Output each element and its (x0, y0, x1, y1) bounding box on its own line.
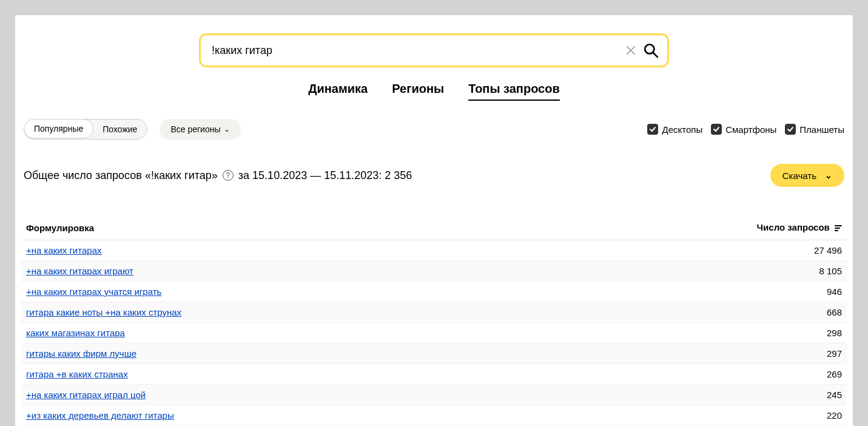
query-cell: гитара какие ноты +на каких струнах (21, 302, 545, 322)
toggle-similar[interactable]: Похожие (93, 120, 147, 139)
query-link[interactable]: +на каких гитарах играл цой (26, 390, 146, 400)
left-controls: Популярные Похожие Все регионы ⌄ (24, 119, 241, 140)
check-tablets-label: Планшеты (799, 124, 844, 135)
count-cell: 27 496 (545, 240, 847, 260)
check-tablets[interactable]: Планшеты (785, 124, 844, 135)
count-cell: 946 (545, 281, 847, 302)
query-link[interactable]: гитара +в каких странах (26, 369, 128, 379)
table-row: +из каких деревьев делают гитары220 (21, 405, 847, 425)
check-smartphones[interactable]: Смартфоны (711, 124, 776, 135)
table-row: гитары каких фирм лучше297 (21, 343, 847, 363)
download-label: Скачать (782, 171, 816, 181)
checkbox-icon (647, 124, 658, 135)
query-link[interactable]: +на каких гитарах (26, 245, 101, 255)
query-link[interactable]: +на каких гитарах играют (26, 266, 133, 276)
query-cell: +на каких гитарах (21, 240, 545, 260)
check-smartphones-label: Смартфоны (725, 124, 776, 135)
col-header-query[interactable]: Формулировка (21, 216, 545, 240)
query-cell: +из каких деревьев делают гитары (21, 405, 545, 425)
summary-text: Общее число запросов «!каких гитар» ? за… (24, 169, 412, 182)
sort-desc-icon (835, 223, 842, 234)
count-cell: 220 (545, 405, 847, 425)
toggle-popular[interactable]: Популярные (24, 119, 93, 138)
checkbox-icon (785, 124, 796, 135)
query-link[interactable]: +на каких гитарах учатся играть (26, 286, 161, 297)
chevron-down-icon: ⌄ (224, 125, 230, 134)
tab-dynamics[interactable]: Динамика (308, 82, 368, 101)
count-cell: 245 (545, 384, 847, 405)
query-cell: +на каких гитарах играл цой (21, 384, 545, 405)
count-cell: 269 (545, 363, 847, 384)
table-row: гитара +в каких странах269 (21, 363, 847, 384)
query-cell: +на каких гитарах учатся играть (21, 281, 545, 302)
download-button[interactable]: Скачать ⌄ (770, 164, 844, 187)
summary-row: Общее число запросов «!каких гитар» ? за… (21, 164, 847, 187)
summary-prefix: Общее число запросов «!каких гитар» (24, 169, 218, 182)
clear-icon[interactable] (626, 46, 636, 55)
query-link[interactable]: каких магазинах гитара (26, 328, 125, 338)
col-header-count[interactable]: Число запросов (545, 216, 847, 240)
count-cell: 297 (545, 343, 847, 363)
search-input[interactable] (212, 44, 619, 57)
query-cell: гитара +в каких странах (21, 363, 545, 384)
searchbar (199, 33, 669, 67)
device-checks: Десктопы Смартфоны Планшеты (647, 124, 844, 135)
summary-suffix: за 15.10.2023 — 15.11.2023: 2 356 (238, 169, 412, 182)
count-cell: 298 (545, 322, 847, 343)
check-desktops[interactable]: Десктопы (647, 124, 702, 135)
chevron-down-icon: ⌄ (825, 171, 832, 180)
regions-label: Все регионы (170, 124, 220, 134)
table-row: +на каких гитарах играют8 105 (21, 260, 847, 281)
table-row: гитара какие ноты +на каких струнах668 (21, 302, 847, 322)
controls-row: Популярные Похожие Все регионы ⌄ Десктоп… (21, 119, 847, 140)
popularity-toggle: Популярные Похожие (24, 119, 147, 140)
table-row: +на каких гитарах учатся играть946 (21, 281, 847, 302)
tab-regions[interactable]: Регионы (392, 82, 444, 101)
count-cell: 668 (545, 302, 847, 322)
tab-top-queries[interactable]: Топы запросов (468, 82, 560, 101)
table-row: каких магазинах гитара298 (21, 322, 847, 343)
tabs: Динамика Регионы Топы запросов (21, 82, 847, 101)
table-row: +на каких гитарах играл цой245 (21, 384, 847, 405)
checkbox-icon (711, 124, 722, 135)
query-cell: +на каких гитарах играют (21, 260, 545, 281)
regions-dropdown[interactable]: Все регионы ⌄ (160, 119, 241, 140)
search-icon[interactable] (643, 42, 659, 58)
query-cell: гитары каких фирм лучше (21, 343, 545, 363)
results-table: Формулировка Число запросов +на каких ги… (21, 216, 847, 426)
count-cell: 8 105 (545, 260, 847, 281)
query-link[interactable]: гитара какие ноты +на каких струнах (26, 307, 181, 317)
searchbar-wrap (21, 33, 847, 67)
query-link[interactable]: +из каких деревьев делают гитары (26, 410, 174, 421)
help-icon[interactable]: ? (223, 170, 234, 181)
query-link[interactable]: гитары каких фирм лучше (26, 348, 136, 359)
check-desktops-label: Десктопы (662, 124, 702, 135)
query-cell: каких магазинах гитара (21, 322, 545, 343)
table-row: +на каких гитарах27 496 (21, 240, 847, 260)
page: Динамика Регионы Топы запросов Популярны… (15, 15, 853, 426)
